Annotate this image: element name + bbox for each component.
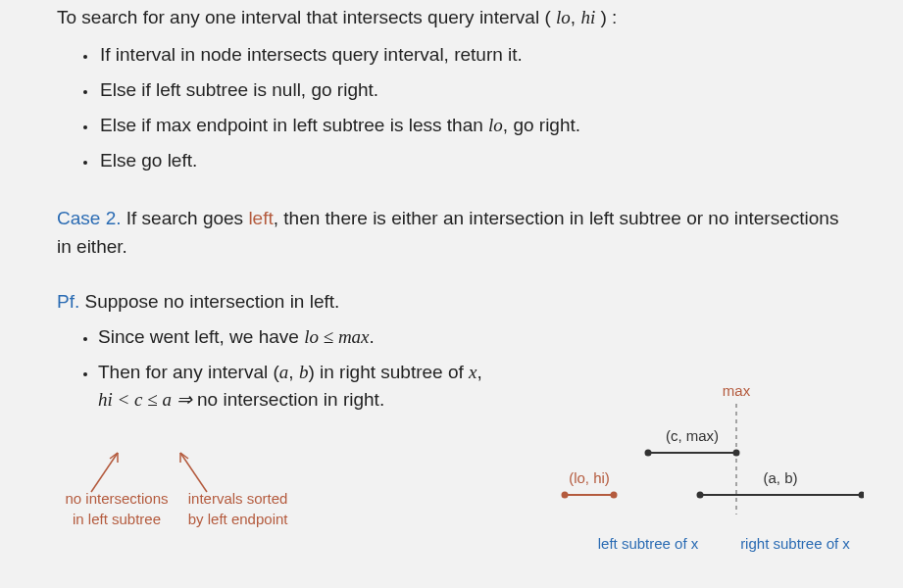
lo-var-2: lo: [488, 115, 503, 135]
b3-pre: Else if max endpoint in left subtree is …: [100, 115, 488, 135]
algorithm-bullets: If interval in node intersects query int…: [57, 37, 846, 178]
a-var: a: [279, 362, 289, 382]
bullet-2: Else if left subtree is null, go right.: [98, 73, 846, 108]
case2-left: left: [248, 208, 273, 228]
lo-var: lo: [556, 7, 571, 27]
cmax-label: (c, max): [666, 427, 719, 444]
svg-line-3: [180, 453, 207, 492]
case2-para: Case 2. If search goes left, then there …: [57, 204, 846, 262]
bullet-4: Else go left.: [98, 143, 846, 178]
pf-suppose: Suppose no intersection in left.: [79, 291, 339, 312]
annot-left-1: no intersections: [66, 490, 169, 507]
comma: ,: [571, 7, 581, 27]
lohi-dot-left: [562, 492, 569, 499]
diagram-svg: max (c, max) (lo, hi) (a, b) left subtre…: [550, 372, 864, 578]
pf-label: Pf.: [57, 291, 79, 312]
annotation-left: no intersections in left subtree: [66, 488, 169, 529]
case2-label: Case 2.: [57, 208, 121, 228]
max-label: max: [723, 382, 751, 399]
ab-comma: ,: [288, 362, 299, 382]
pf-b2-pre: Then for any interval: [98, 362, 273, 382]
annot-right-1: intervals sorted: [188, 490, 288, 507]
case2-pre: If search goes: [121, 208, 248, 228]
intro-line: To search for any one interval that inte…: [57, 4, 846, 31]
pf-line2-text: no intersection in right.: [192, 389, 384, 410]
pf-bullet-2: Then for any interval (a, b) in right su…: [98, 355, 627, 390]
ab-dot-left: [697, 492, 704, 499]
pf-b1-math: lo ≤ max: [304, 326, 369, 347]
bullet-1: If interval in node intersects query int…: [98, 37, 846, 73]
b3-post: , go right.: [503, 115, 580, 135]
pf-b2-post: ,: [477, 362, 482, 382]
pf-b1-pre: Since went left, we have: [98, 326, 304, 347]
annotation-arrows: [57, 445, 253, 494]
annot-left-2: in left subtree: [73, 511, 161, 527]
cmax-dot-left: [645, 450, 652, 457]
ab-label: (a, b): [763, 469, 797, 486]
hi-var: hi: [580, 7, 595, 27]
intro-prefix: To search for any one interval that inte…: [57, 7, 544, 27]
pf-b2-mid: in right subtree of: [315, 362, 469, 382]
paren-open: (: [544, 7, 556, 27]
b-var: b: [299, 362, 309, 382]
annotations: no intersections in left subtree interva…: [20, 488, 333, 529]
interval-diagram: max (c, max) (lo, hi) (a, b) left subtre…: [550, 372, 864, 578]
paren-close: ): [595, 7, 612, 27]
pf-para: Pf. Suppose no intersection in left.: [57, 287, 846, 316]
lohi-label: (lo, hi): [569, 469, 610, 486]
bullet-3: Else if max endpoint in left subtree is …: [98, 108, 846, 143]
pf-bullets: Since went left, we have lo ≤ max. Then …: [57, 319, 627, 390]
annot-right-2: by left endpoint: [188, 511, 288, 527]
annotation-right: intervals sorted by left endpoint: [188, 488, 288, 529]
cmax-dot-right: [733, 450, 740, 457]
x-var: x: [469, 362, 477, 382]
pf-b1-post: .: [370, 326, 375, 347]
ab-dot-right: [859, 492, 865, 499]
colon: :: [612, 7, 617, 27]
pf-line2-math: hi < c ≤ a ⇒: [98, 389, 192, 410]
lohi-dot-right: [611, 492, 618, 499]
svg-line-0: [91, 453, 118, 492]
pf-bullet-1: Since went left, we have lo ≤ max.: [98, 319, 627, 355]
rightsub-label: right subtree of x: [740, 535, 850, 552]
leftsub-label: left subtree of x: [598, 535, 699, 552]
